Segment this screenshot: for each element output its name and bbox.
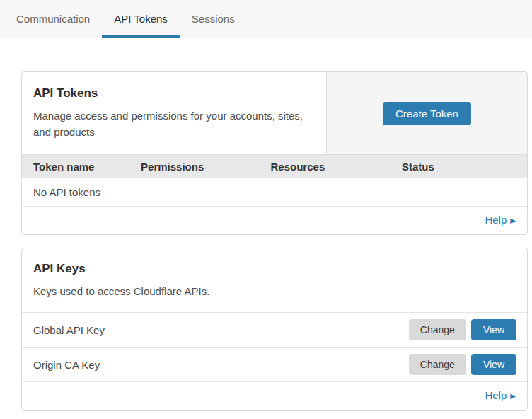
- tab-bar: Communication API Tokens Sessions: [0, 0, 532, 38]
- column-header-status: Status: [402, 161, 516, 173]
- tab-communication[interactable]: Communication: [4, 0, 102, 38]
- page-content: API Tokens Manage access and permissions…: [0, 38, 532, 411]
- api-tokens-title: API Tokens: [33, 86, 315, 101]
- api-keys-subtitle: Keys used to access Cloudflare APIs.: [33, 283, 516, 299]
- key-name-origin-ca-key: Origin CA Key: [33, 359, 409, 371]
- api-tokens-header: API Tokens Manage access and permissions…: [22, 72, 527, 154]
- api-tokens-subtitle: Manage access and permissions for your a…: [33, 108, 315, 140]
- api-keys-header: API Keys Keys used to access Cloudflare …: [22, 248, 527, 312]
- view-global-api-key-button[interactable]: View: [471, 319, 516, 340]
- help-arrow-icon: ▶: [510, 392, 516, 400]
- view-origin-ca-key-button[interactable]: View: [471, 354, 516, 375]
- api-tokens-footer: Help▶: [22, 207, 527, 234]
- api-keys-card: API Keys Keys used to access Cloudflare …: [21, 248, 528, 411]
- column-header-token-name: Token name: [33, 161, 141, 173]
- key-actions-global: Change View: [409, 319, 516, 340]
- key-actions-origin: Change View: [409, 354, 516, 375]
- key-row-origin-ca-key: Origin CA Key Change View: [22, 347, 527, 381]
- key-name-global-api-key: Global API Key: [33, 324, 409, 336]
- api-tokens-header-text: API Tokens Manage access and permissions…: [22, 72, 326, 154]
- key-row-global-api-key: Global API Key Change View: [22, 312, 527, 347]
- api-tokens-help-link[interactable]: Help▶: [485, 214, 516, 226]
- create-token-button[interactable]: Create Token: [383, 102, 471, 125]
- help-link-label: Help: [485, 214, 507, 226]
- change-global-api-key-button[interactable]: Change: [409, 319, 466, 340]
- column-header-permissions: Permissions: [141, 161, 270, 173]
- api-tokens-card: API Tokens Manage access and permissions…: [21, 71, 528, 235]
- change-origin-ca-key-button[interactable]: Change: [409, 354, 466, 375]
- tab-sessions[interactable]: Sessions: [180, 0, 247, 38]
- api-keys-footer: Help▶: [22, 381, 527, 410]
- api-tokens-action-panel: Create Token: [326, 72, 527, 154]
- api-keys-help-link[interactable]: Help▶: [485, 389, 516, 401]
- api-keys-title: API Keys: [33, 262, 516, 276]
- help-arrow-icon: ▶: [510, 217, 516, 224]
- column-header-resources: Resources: [271, 161, 403, 173]
- tab-api-tokens[interactable]: API Tokens: [102, 0, 180, 38]
- help-link-label: Help: [485, 389, 507, 401]
- tokens-empty-message: No API tokens: [22, 178, 527, 207]
- tokens-table-header: Token name Permissions Resources Status: [22, 154, 527, 178]
